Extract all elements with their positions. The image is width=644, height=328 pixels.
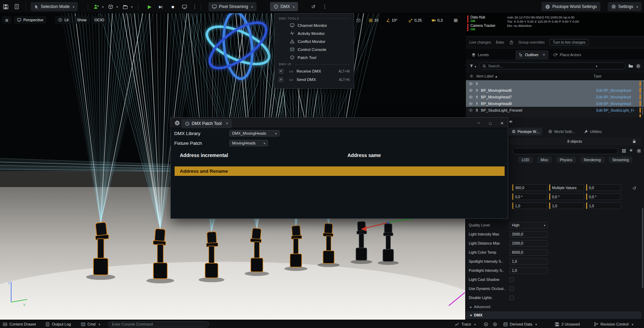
scale-snap-button[interactable]: 0,25 (408, 16, 422, 24)
settings-dropdown[interactable]: Settings (608, 2, 642, 11)
patch-tool-tab[interactable]: DMX Patch Tool (182, 119, 232, 128)
open-asset-button[interactable] (14, 2, 20, 11)
pixel-streaming-dropdown[interactable]: Pixel Streaming (208, 2, 256, 11)
cinematics-button[interactable] (123, 2, 133, 11)
location-z-field[interactable]: 0,0 (586, 184, 621, 191)
content-drawer-button[interactable]: Content Drawer (3, 320, 36, 328)
table-row-partial[interactable] (466, 80, 644, 87)
console-command-input[interactable] (108, 321, 209, 327)
cmd-dropdown[interactable]: Cmd (81, 320, 100, 328)
filter-pill-misc[interactable]: Misc (537, 157, 552, 163)
bake-button[interactable]: Bake (496, 40, 504, 44)
eye-icon[interactable] (469, 108, 473, 112)
close-tab-icon[interactable] (224, 121, 228, 126)
insights-button[interactable] (484, 320, 488, 328)
edit-blueprint-link[interactable]: Edit BP_MovingHead (596, 102, 631, 106)
dmx-dropdown[interactable]: DMX (270, 2, 298, 11)
patch-window-titlebar[interactable]: DMX Patch Tool (171, 118, 508, 128)
tab-pixotope-world[interactable]: Pixotope W... (508, 128, 542, 135)
filter-pill-lod[interactable]: LOD (518, 157, 533, 163)
reset-transform-button[interactable] (632, 185, 636, 191)
scale-z-field[interactable]: 1,0 (586, 202, 621, 209)
address-and-rename-button[interactable]: Address and Rename (175, 166, 505, 176)
play-options-button[interactable] (192, 2, 197, 11)
toolbar-overflow-button[interactable] (322, 2, 327, 11)
menu-item-channel-monitor[interactable]: Channel Monitor (275, 21, 354, 29)
surface-snap-button[interactable] (356, 16, 361, 24)
pixotope-world-settings-button[interactable]: Pixotope World Settings (542, 2, 600, 11)
session-button[interactable] (493, 320, 497, 328)
frame-skip-button[interactable] (159, 2, 162, 11)
grid-view-icon[interactable] (622, 149, 626, 153)
disable-lights-checkbox[interactable] (509, 296, 514, 300)
selection-mode-dropdown[interactable]: Selection Mode (31, 2, 78, 11)
table-row[interactable]: BP_StudioLight_Fresnel Edit BP_StudioLig… (466, 107, 644, 113)
eye-icon[interactable] (469, 95, 473, 99)
dmx-library-dropdown[interactable]: DMX_MovingHeads (229, 130, 279, 136)
type-column-header[interactable]: Type (593, 74, 601, 78)
revision-control-dropdown[interactable]: Revision Control (594, 320, 633, 328)
perspective-dropdown[interactable]: Perspective (14, 16, 46, 24)
unsaved-button[interactable]: 2 Unsaved (555, 320, 580, 328)
close-window-button[interactable] (500, 120, 504, 126)
scale-y-field[interactable]: 1,0 (549, 202, 584, 209)
eye-icon[interactable] (469, 102, 473, 106)
grid-snap-button[interactable]: 10 (369, 16, 378, 24)
close-tab-icon[interactable] (540, 52, 545, 57)
details-scrollbar[interactable] (642, 208, 643, 288)
table-row[interactable]: BP_MovingHead6 Edit BP_MovingHead (466, 87, 644, 94)
send-dmx-checkbox[interactable] (279, 77, 283, 82)
maximize-viewport-button[interactable] (454, 16, 458, 24)
address-incremental-button[interactable]: Address incremental (180, 152, 228, 158)
advanced-expander[interactable]: Advanced (466, 302, 641, 311)
trash-icon[interactable] (509, 40, 514, 45)
rotation-y-field[interactable]: 0,0 ° (549, 193, 584, 200)
receive-dmx-checkbox[interactable] (279, 69, 283, 74)
menu-item-send-dmx[interactable]: Send DMX ALT+N (275, 75, 354, 84)
filter-pill-physics[interactable]: Physics (556, 157, 576, 163)
menu-item-conflict-monitor[interactable]: Conflict Monitor (275, 37, 354, 45)
rotation-x-field[interactable]: 0,0 ° (512, 193, 547, 200)
star-icon[interactable]: ★ (629, 148, 633, 153)
menu-item-activity-monitor[interactable]: Activity Monitor (275, 29, 354, 37)
maximize-button[interactable] (489, 120, 492, 126)
edit-blueprint-link[interactable]: Edit BP_MovingHead (596, 95, 631, 99)
stop-button[interactable] (171, 2, 174, 11)
lock-icon[interactable] (632, 139, 636, 143)
tab-levels[interactable]: Levels (468, 50, 492, 59)
eye-icon[interactable] (469, 88, 473, 92)
camera-speed-button[interactable]: 0,3 (431, 16, 443, 24)
turn-to-live-changes-button[interactable]: Turn to live changes (550, 39, 589, 45)
filter-pill-rendering[interactable]: Rendering (580, 157, 604, 163)
lit-dropdown[interactable]: Lit (55, 16, 72, 24)
folder-plus-icon[interactable] (628, 64, 633, 68)
minimize-button[interactable] (477, 120, 480, 126)
filter-button[interactable] (469, 63, 476, 69)
light-distance-max-field[interactable]: 1000,0 (509, 240, 548, 247)
gear-icon[interactable] (637, 149, 641, 153)
outliner-search-box[interactable] (479, 62, 626, 69)
play-button[interactable] (148, 2, 152, 11)
light-intensity-max-field[interactable]: 2000,0 (509, 231, 548, 238)
light-cast-shadow-checkbox[interactable] (509, 277, 514, 282)
tab-outliner[interactable]: Outliner (515, 50, 549, 59)
address-same-button[interactable]: Address same (347, 152, 381, 158)
menu-item-control-console[interactable]: Control Console (275, 45, 354, 53)
filter-pill-streaming[interactable]: Streaming (609, 157, 632, 163)
fixture-patch-dropdown[interactable]: MovingHeads (229, 140, 268, 146)
location-x-field[interactable]: 360,0 (512, 184, 547, 191)
eject-button[interactable] (182, 2, 187, 11)
gear-icon[interactable] (636, 64, 641, 68)
dmx-section-header[interactable]: DMX (466, 311, 641, 319)
tab-world-settings[interactable]: World Setti... (545, 128, 578, 135)
use-dynamic-occlusion-checkbox[interactable] (509, 286, 514, 291)
menu-item-patch-tool[interactable]: Patch Tool (275, 53, 354, 61)
history-button[interactable] (311, 2, 315, 11)
tab-utilities[interactable]: Utilities (581, 128, 605, 135)
speaker-icon[interactable] (509, 119, 513, 124)
rotation-z-field[interactable]: 0,0 ° (586, 193, 621, 200)
blueprints-button[interactable] (108, 2, 118, 11)
eye-icon[interactable] (469, 82, 473, 86)
edit-blueprint-link[interactable]: Edit BP_MovingHead (596, 88, 631, 92)
item-label-column-header[interactable]: Item Label (476, 74, 498, 78)
